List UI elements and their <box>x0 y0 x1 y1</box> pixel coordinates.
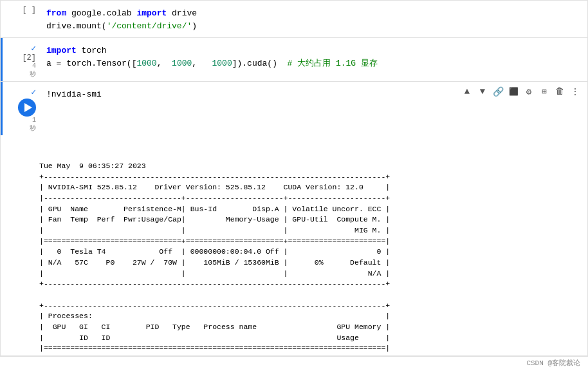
keyword: from <box>46 8 66 18</box>
code-text: google.colab <box>66 8 136 18</box>
number: 1000 <box>167 59 192 68</box>
cell-2-time2: 秒 <box>30 70 36 79</box>
code-text: torch <box>77 46 107 55</box>
attribution-bar: CSDN @客院裁论 <box>0 356 588 369</box>
code-text: , <box>157 59 167 68</box>
keyword: import <box>46 46 77 55</box>
nvidia-smi-output: Tue May 9 06:35:27 2023 +---------------… <box>1 135 587 356</box>
code-text: torch.Tensor([ <box>61 59 136 68</box>
code-text: drive.mount( <box>46 21 107 31</box>
delete-icon[interactable]: 🗑 <box>553 84 567 99</box>
link-icon[interactable]: 🔗 <box>491 84 505 99</box>
code-line: import torch <box>46 44 582 57</box>
more-icon[interactable]: ⋮ <box>568 84 582 99</box>
checkmark-icon: ✓ <box>31 43 36 53</box>
run-triangle-icon <box>24 103 32 112</box>
notebook-container: [ ] from google.colab import drive drive… <box>0 0 588 356</box>
cell-2: ✓ [2] 4 秒 import torch a = torch.Tensor(… <box>1 38 587 81</box>
attribution-text: CSDN @客院裁论 <box>526 358 580 368</box>
cell-toolbar: ▲ ▼ 🔗 ⬛ ⚙ ⊞ 🗑 ⋮ <box>460 84 582 99</box>
add-section-icon[interactable]: ⊞ <box>537 84 551 99</box>
number: 1000 <box>207 59 232 68</box>
run-button[interactable] <box>18 99 36 117</box>
cell-3-time2: 秒 <box>30 124 36 133</box>
cell-2-gutter: ✓ [2] 4 秒 <box>3 42 41 79</box>
cell-2-bracket: [2] <box>22 53 36 62</box>
copy-icon[interactable]: ⬛ <box>506 84 520 99</box>
number: 1000 <box>136 59 156 68</box>
cell-2-content: import torch a = torch.Tensor([1000, 100… <box>41 42 587 72</box>
cell-1-content: from google.colab import drive drive.mou… <box>41 5 587 35</box>
code-text: drive <box>167 8 197 18</box>
code-line: a = torch.Tensor([1000, 1000, 1000]).cud… <box>46 57 582 70</box>
code-text: ) <box>192 21 197 31</box>
code-text: a <box>46 59 57 68</box>
cell-1-gutter: [ ] <box>3 5 41 15</box>
code-line: drive.mount('/content/drive/') <box>46 20 582 33</box>
keyword: import <box>136 8 167 18</box>
string-literal: '/content/drive/' <box>107 21 192 31</box>
cell-1: [ ] from google.colab import drive drive… <box>1 1 587 37</box>
cell-3-gutter: ✓ 1 秒 <box>3 86 41 133</box>
move-down-icon[interactable]: ▼ <box>475 84 490 99</box>
move-up-icon[interactable]: ▲ <box>460 84 474 99</box>
cell-2-time1: 4 <box>32 62 36 70</box>
comment: # 大约占用 1.1G 显存 <box>288 59 378 68</box>
settings-icon[interactable]: ⚙ <box>522 84 536 99</box>
code-text: !nvidia-smi <box>46 90 102 99</box>
code-line: from google.colab import drive <box>46 7 582 20</box>
checkmark-icon-3: ✓ <box>31 87 36 97</box>
code-text: , <box>192 59 207 68</box>
cell-3-time1: 1 <box>32 117 36 124</box>
cell-1-bracket: [ ] <box>22 6 36 15</box>
cell-3-wrapper: ▲ ▼ 🔗 ⬛ ⚙ ⊞ 🗑 ⋮ ✓ 1 秒 !nvidia-smi <box>1 82 587 356</box>
code-text: ]).cuda() <box>232 59 288 68</box>
nvidia-output-text: Tue May 9 06:35:27 2023 +---------------… <box>39 161 582 356</box>
